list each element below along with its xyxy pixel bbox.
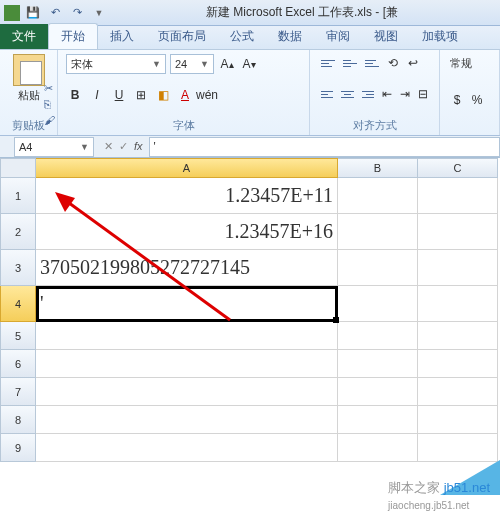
align-label: 对齐方式 [318,116,431,133]
redo-icon[interactable]: ↷ [68,4,86,22]
indent-increase-icon[interactable]: ⇥ [397,85,413,103]
align-right-icon[interactable] [359,85,377,103]
enter-icon[interactable]: ✓ [119,140,128,153]
cancel-icon[interactable]: ✕ [104,140,113,153]
wrap-text-icon[interactable]: ↩ [404,54,422,72]
cell-c2[interactable] [418,214,498,250]
cell-c5[interactable] [418,322,498,350]
row-header-9[interactable]: 9 [0,434,36,462]
cell-c7[interactable] [418,378,498,406]
cell-a2[interactable]: 1.23457E+16 [36,214,338,250]
row-header-3[interactable]: 3 [0,250,36,286]
row-header-2[interactable]: 2 [0,214,36,250]
underline-button[interactable]: U [110,86,128,104]
row-header-8[interactable]: 8 [0,406,36,434]
number-format-select[interactable]: 常规 [448,54,491,73]
fill-color-button[interactable]: ◧ [154,86,172,104]
cell-c3[interactable] [418,250,498,286]
cell-b2[interactable] [338,214,418,250]
col-header-a[interactable]: A [36,158,338,178]
select-all-corner[interactable] [0,158,36,178]
fx-icon[interactable]: fx [134,140,143,153]
currency-icon[interactable]: $ [448,91,466,109]
border-button[interactable]: ⊞ [132,86,150,104]
cell-a6[interactable] [36,350,338,378]
align-top-icon[interactable] [318,54,338,72]
row-header-4[interactable]: 4 [0,286,36,322]
align-center-icon[interactable] [338,85,356,103]
group-font: 宋体▼ 24▼ A▴ A▾ B I U ⊞ ◧ A wén 字体 [58,50,310,135]
cell-b3[interactable] [338,250,418,286]
font-name-select[interactable]: 宋体▼ [66,54,166,74]
copy-icon[interactable]: ⎘ [44,98,60,112]
font-label: 字体 [66,116,301,133]
group-clipboard: 粘贴 ✂ ⎘ 🖌 剪贴板 [0,50,58,135]
align-left-icon[interactable] [318,85,336,103]
cell-a8[interactable] [36,406,338,434]
bold-button[interactable]: B [66,86,84,104]
cell-b6[interactable] [338,350,418,378]
cell-c4[interactable] [418,286,498,322]
group-alignment: ⟲ ↩ ⇤ ⇥ ⊟ 对齐方式 [310,50,440,135]
formula-input[interactable]: ' [149,137,500,157]
italic-button[interactable]: I [88,86,106,104]
cell-b7[interactable] [338,378,418,406]
cell-c8[interactable] [418,406,498,434]
tab-file[interactable]: 文件 [0,24,48,49]
save-icon[interactable]: 💾 [24,4,42,22]
merge-icon[interactable]: ⊟ [415,85,431,103]
cell-b1[interactable] [338,178,418,214]
watermark: 脚本之家 jb51.net jiaocheng.jb51.net [388,479,490,512]
align-bottom-icon[interactable] [362,54,382,72]
phonetic-button[interactable]: wén [198,86,216,104]
qat-dropdown-icon[interactable]: ▼ [90,4,108,22]
cut-icon[interactable]: ✂ [44,82,60,96]
shrink-font-icon[interactable]: A▾ [240,55,258,73]
clipboard-label: 剪贴板 [8,116,49,133]
align-middle-icon[interactable] [340,54,360,72]
font-color-button[interactable]: A [176,86,194,104]
window-title: 新建 Microsoft Excel 工作表.xls - [兼 [108,4,496,21]
cell-a7[interactable] [36,378,338,406]
row-header-6[interactable]: 6 [0,350,36,378]
indent-decrease-icon[interactable]: ⇤ [379,85,395,103]
tab-layout[interactable]: 页面布局 [146,24,218,49]
cell-a1[interactable]: 1.23457E+11 [36,178,338,214]
col-header-c[interactable]: C [418,158,498,178]
name-box[interactable]: A4▼ [14,137,94,157]
tab-addins[interactable]: 加载项 [410,24,470,49]
row-header-5[interactable]: 5 [0,322,36,350]
paste-icon [13,54,45,86]
ribbon-tabs: 文件 开始 插入 页面布局 公式 数据 审阅 视图 加载项 [0,26,500,50]
font-size-select[interactable]: 24▼ [170,54,214,74]
grow-font-icon[interactable]: A▴ [218,55,236,73]
cell-a3[interactable]: 370502199805272727145 [36,250,338,286]
cell-b5[interactable] [338,322,418,350]
format-painter-icon[interactable]: 🖌 [44,114,60,128]
row-header-1[interactable]: 1 [0,178,36,214]
cell-b4[interactable] [338,286,418,322]
paste-button[interactable]: 粘贴 [8,54,49,103]
tab-data[interactable]: 数据 [266,24,314,49]
cell-a5[interactable] [36,322,338,350]
orientation-icon[interactable]: ⟲ [384,54,402,72]
undo-icon[interactable]: ↶ [46,4,64,22]
group-number: 常规 $ % [440,50,500,135]
col-header-b[interactable]: B [338,158,418,178]
cell-a4[interactable]: ' [36,286,338,322]
tab-review[interactable]: 审阅 [314,24,362,49]
tab-formulas[interactable]: 公式 [218,24,266,49]
tab-insert[interactable]: 插入 [98,24,146,49]
cell-b8[interactable] [338,406,418,434]
formula-bar: A4▼ ✕ ✓ fx ' [0,136,500,158]
cell-b9[interactable] [338,434,418,462]
cell-c6[interactable] [418,350,498,378]
percent-icon[interactable]: % [468,91,486,109]
cell-c9[interactable] [418,434,498,462]
tab-view[interactable]: 视图 [362,24,410,49]
cell-c1[interactable] [418,178,498,214]
row-header-7[interactable]: 7 [0,378,36,406]
cell-a9[interactable] [36,434,338,462]
app-icon [4,5,20,21]
tab-home[interactable]: 开始 [48,23,98,49]
